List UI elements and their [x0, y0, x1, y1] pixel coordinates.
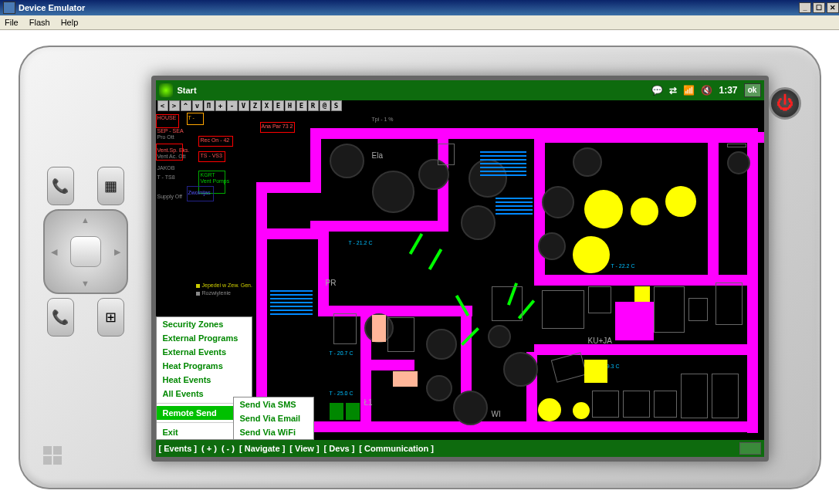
submenu-send-email[interactable]: Send Via Email [234, 411, 313, 425]
menu-security-zones[interactable]: Security Zones [157, 317, 252, 331]
call-button[interactable]: 📞 [47, 167, 74, 205]
keypad-button[interactable]: ⊞ [97, 298, 124, 337]
btn-events[interactable]: [ Events ] [159, 444, 198, 453]
tool-minus[interactable]: - [227, 100, 238, 111]
legend-roz: Rozwiylenie [202, 290, 231, 296]
legend-jakob: JAKOB [157, 165, 175, 171]
menu-flash[interactable]: Flash [29, 18, 50, 27]
windows-logo-icon [43, 446, 62, 465]
legend-kgrt: KGRT [201, 172, 215, 178]
stairs-3 [270, 290, 313, 315]
bottom-bar: [ Events ] ( + ) ( - ) [ Navigate ] [ Vi… [156, 440, 764, 457]
legend-supply: Supply Off [157, 194, 183, 199]
label-pr: PR [326, 279, 337, 287]
legend-t: T - [188, 115, 195, 120]
tool-left[interactable]: < [157, 100, 168, 111]
tool-r[interactable]: R [308, 100, 319, 111]
label-wi: WI [492, 410, 501, 418]
toolbar: < > ^ v П + - V Z X E H E R @ S [156, 100, 764, 113]
device-screen: Start 💬 ⇄ 📶 🔇 1:37 ok < > ^ v П + - V [151, 76, 769, 462]
device-left-panel: 📞 ▦ ▲ ▼ ◀ ▶ 📞 ⊞ [20, 47, 151, 488]
signal-icon: 📶 [683, 85, 695, 96]
menu-help[interactable]: Help [61, 18, 79, 27]
window-title: Device Emulator [19, 3, 85, 12]
label-l1: Ł1 [364, 398, 373, 407]
tool-down[interactable]: v [192, 100, 203, 111]
label-tpi: Tpi - 1 % [372, 117, 394, 122]
legend-ts: TS - VS3 [201, 153, 222, 158]
menu-external-events[interactable]: External Events [157, 345, 252, 359]
temp-1: T - 21.2 C [349, 240, 373, 245]
legend-house: HOUSE [157, 115, 177, 120]
tool-at[interactable]: @ [320, 100, 330, 111]
start-icon[interactable] [159, 83, 173, 97]
clock: 1:37 [719, 85, 737, 96]
chat-icon[interactable]: 💬 [651, 85, 663, 96]
legend-ventp: Vent Pomps [201, 178, 230, 184]
keyboard-icon[interactable] [739, 442, 761, 455]
submenu-send-sms[interactable]: Send Via SMS [234, 397, 313, 411]
maximize-button[interactable]: ☐ [813, 2, 825, 13]
btn-navigate[interactable]: [ Navigate ] [239, 444, 285, 453]
legend-tts8: T - TS8 [157, 174, 175, 180]
submenu-send-wifi[interactable]: Send Via WiFi [234, 425, 313, 439]
stairs-2 [496, 198, 533, 215]
legend-pro: Pro Ott [157, 134, 174, 140]
legend-anapar: Ana Par 73 2 [262, 123, 293, 129]
btn-devs[interactable]: [ Devs ] [324, 444, 355, 453]
stairs-1 [480, 151, 526, 176]
power-button[interactable]: ⏻ [769, 87, 801, 120]
ok-button[interactable]: ok [744, 83, 761, 97]
tool-e[interactable]: E [273, 100, 284, 111]
temp-2: T - 20.7 C [330, 350, 354, 356]
btn-communication[interactable]: [ Communication ] [359, 444, 434, 453]
app-icon [3, 2, 15, 14]
close-button[interactable]: ✕ [827, 2, 839, 13]
tool-v[interactable]: V [239, 100, 249, 111]
floorplan[interactable]: Ela SA PR Ł1 WI KU+JA Tpi - 1 % Tpa - 29… [156, 113, 764, 440]
tool-up[interactable]: ^ [181, 100, 191, 111]
menu-heat-events[interactable]: Heat Events [157, 373, 252, 387]
calendar-button[interactable]: ▦ [97, 167, 124, 205]
volume-icon[interactable]: 🔇 [701, 85, 712, 96]
btn-minus[interactable]: ( - ) [222, 444, 235, 453]
hangup-button[interactable]: 📞 [47, 298, 74, 337]
tool-z[interactable]: Z [250, 100, 261, 111]
device: 📞 ▦ ▲ ▼ ◀ ▶ 📞 ⊞ Start [19, 46, 821, 489]
start-label[interactable]: Start [178, 86, 197, 95]
label-kuja: KU+JA [588, 337, 612, 345]
remote-send-submenu: Send Via SMS Send Via Email Send Via WiF… [233, 397, 314, 440]
tool-plus[interactable]: + [215, 100, 226, 111]
tool-e2[interactable]: E [296, 100, 307, 111]
tool-h[interactable]: H [285, 100, 296, 111]
tool-right[interactable]: > [169, 100, 180, 111]
legend-rec: Rec On - 42 [201, 137, 230, 143]
dpad[interactable]: ▲ ▼ ◀ ▶ [43, 209, 128, 294]
legend-jepedei: Jepedei w Zew. Gen. [202, 282, 252, 288]
menu-external-programs[interactable]: External Programs [157, 331, 252, 345]
device-area: 📞 ▦ ▲ ▼ ◀ ▶ 📞 ⊞ Start [0, 30, 839, 504]
menu-heat-programs[interactable]: Heat Programs [157, 359, 252, 373]
tool-x[interactable]: X [262, 100, 272, 111]
legend-sep: SEP - SEA [157, 128, 184, 134]
label-ela: Ela [372, 151, 383, 160]
btn-plus[interactable]: ( + ) [201, 444, 217, 453]
tool-s[interactable]: S [331, 100, 342, 111]
wince-taskbar: Start 💬 ⇄ 📶 🔇 1:37 ok [156, 80, 764, 100]
tool-pi[interactable]: П [204, 100, 215, 111]
minimize-button[interactable]: _ [799, 2, 811, 13]
window-titlebar: Device Emulator _ ☐ ✕ [0, 0, 839, 15]
menu-file[interactable]: File [5, 18, 19, 27]
temp-4: T - 22.2 C [611, 263, 635, 269]
temp-3: T - 25.0 C [330, 391, 354, 396]
sync-icon[interactable]: ⇄ [669, 85, 677, 96]
menubar: File Flash Help [0, 15, 839, 30]
dpad-center[interactable] [70, 236, 101, 267]
btn-view[interactable]: [ View ] [289, 444, 319, 453]
legend-zwol: Zwolnijas [188, 190, 211, 195]
